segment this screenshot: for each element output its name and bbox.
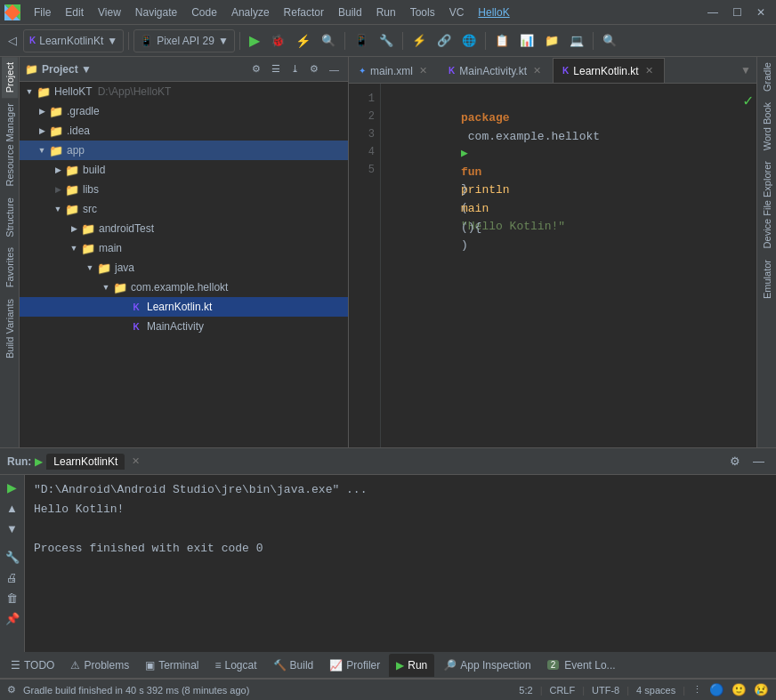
profile-button[interactable]: 🔍 bbox=[317, 29, 340, 52]
tree-item-build[interactable]: ▶ 📁 build bbox=[20, 160, 348, 180]
device-dropdown[interactable]: 📱 Pixel API 29 ▼ bbox=[133, 29, 235, 52]
left-side-tabs: Project Resource Manager Structure Favor… bbox=[0, 57, 20, 447]
tab-mainactivity-close[interactable]: ✕ bbox=[531, 65, 543, 76]
debug-button[interactable]: 🐞 bbox=[266, 29, 289, 52]
bottom-tab-run[interactable]: ▶ Run bbox=[389, 654, 434, 677]
cursor-position[interactable]: 5:2 bbox=[519, 685, 532, 696]
tree-root[interactable]: ▼ 📁 HelloKT D:\App\HelloKT bbox=[20, 82, 348, 101]
tab-mainactivity-kt[interactable]: K MainActivity.kt ✕ bbox=[439, 58, 553, 83]
menu-edit[interactable]: Edit bbox=[58, 0, 91, 24]
menu-analyze[interactable]: Analyze bbox=[224, 0, 277, 24]
toolbar-btn-11[interactable]: 💻 bbox=[565, 29, 588, 52]
sidebar-item-build-variants[interactable]: Build Variants bbox=[4, 294, 15, 364]
toolbar-btn-10[interactable]: 📁 bbox=[540, 29, 563, 52]
project-panel-header: 📁 Project ▼ ⚙ ☰ ⤓ ⚙ — bbox=[20, 57, 348, 82]
sidebar-item-structure[interactable]: Structure bbox=[4, 192, 15, 243]
tab-main-xml[interactable]: ✦ main.xml ✕ bbox=[349, 58, 439, 83]
close-btn[interactable]: ✕ bbox=[749, 0, 772, 24]
menu-run[interactable]: Run bbox=[369, 0, 403, 24]
menu-build[interactable]: Build bbox=[331, 0, 369, 24]
panel-expand-btn[interactable]: ☰ bbox=[268, 61, 284, 76]
tab-main-xml-close[interactable]: ✕ bbox=[417, 65, 429, 76]
tree-item-mainactivity[interactable]: K MainActivity bbox=[20, 317, 348, 336]
console-pin-btn[interactable]: 📌 bbox=[4, 610, 21, 627]
bottom-tab-profiler[interactable]: 📈 Profiler bbox=[322, 654, 387, 677]
toolbar-btn-8[interactable]: 📋 bbox=[490, 29, 513, 52]
tree-item-idea[interactable]: ▶ 📁 .idea bbox=[20, 121, 348, 141]
tree-item-app[interactable]: ▼ 📁 app bbox=[20, 141, 348, 160]
sidebar-item-word-book[interactable]: Word Book bbox=[762, 97, 772, 156]
sdk-button[interactable]: 🔧 bbox=[375, 29, 398, 52]
sidebar-item-gradle[interactable]: Gradle bbox=[762, 57, 772, 97]
bottom-tab-todo[interactable]: ☰ TODO bbox=[4, 654, 61, 677]
encoding[interactable]: UTF-8 bbox=[592, 685, 619, 696]
bottom-tab-build[interactable]: 🔨 Build bbox=[266, 654, 321, 677]
menu-refactor[interactable]: Refactor bbox=[277, 0, 331, 24]
toolbar-btn-7[interactable]: 🌐 bbox=[457, 29, 481, 52]
sidebar-item-emulator[interactable]: Emulator bbox=[762, 254, 772, 304]
console-print-btn[interactable]: 🖨 bbox=[4, 569, 20, 586]
back-btn[interactable]: ◁ bbox=[4, 29, 21, 52]
panel-gear-btn[interactable]: ⚙ bbox=[306, 61, 322, 76]
column-selection-btn[interactable]: ⋮ bbox=[692, 684, 702, 696]
toolbar-btn-5[interactable]: ⚡ bbox=[408, 29, 431, 52]
console-settings-btn[interactable]: ⚙ bbox=[725, 453, 745, 470]
line-separator[interactable]: CRLF bbox=[549, 685, 575, 696]
sidebar-item-device-file-explorer[interactable]: Device File Explorer bbox=[762, 156, 772, 253]
sidebar-item-project[interactable]: Project bbox=[2, 57, 18, 98]
tree-item-androidtest[interactable]: ▶ 📁 androidTest bbox=[20, 219, 348, 238]
console-trash-btn[interactable]: 🗑 bbox=[4, 590, 20, 607]
console-scroll-up-btn[interactable]: ▲ bbox=[4, 500, 20, 517]
bottom-tab-logcat[interactable]: ≡ Logcat bbox=[208, 654, 264, 677]
emoji-btn[interactable]: 🙂 bbox=[732, 683, 747, 696]
tree-item-package[interactable]: ▼ 📁 com.example.hellokt bbox=[20, 278, 348, 297]
tree-item-java[interactable]: ▼ 📁 java bbox=[20, 258, 348, 278]
tree-item-main[interactable]: ▼ 📁 main bbox=[20, 238, 348, 258]
console-minimize-btn[interactable]: — bbox=[748, 453, 769, 470]
menu-view[interactable]: View bbox=[91, 0, 128, 24]
menu-file[interactable]: File bbox=[27, 0, 58, 24]
tree-item-libs[interactable]: ▶ 📁 libs bbox=[20, 180, 348, 199]
indent[interactable]: 4 spaces bbox=[636, 685, 675, 696]
menu-tools[interactable]: Tools bbox=[403, 0, 442, 24]
tree-item-src[interactable]: ▼ 📁 src bbox=[20, 199, 348, 219]
panel-settings-btn[interactable]: ⚙ bbox=[248, 61, 264, 76]
console-wrench-btn[interactable]: 🔧 bbox=[4, 549, 21, 566]
google-btn[interactable]: 🔵 bbox=[709, 683, 724, 696]
minimize-btn[interactable]: — bbox=[700, 0, 725, 24]
toolbar-btn-9[interactable]: 📊 bbox=[515, 29, 538, 52]
run-button[interactable]: ▶ bbox=[245, 29, 264, 52]
tab-learnkotlin-close[interactable]: ✕ bbox=[643, 65, 655, 76]
panel-minus-btn[interactable]: — bbox=[326, 62, 343, 76]
bottom-tab-terminal[interactable]: ▣ Terminal bbox=[138, 654, 206, 677]
project-dropdown[interactable]: K LearnKotlinKt ▼ bbox=[23, 29, 124, 52]
run-tab-close[interactable]: ✕ bbox=[130, 455, 141, 467]
run-tab-name[interactable]: LearnKotlinKt bbox=[46, 454, 125, 470]
feedback-btn[interactable]: 😢 bbox=[754, 683, 769, 696]
menu-code[interactable]: Code bbox=[184, 0, 224, 24]
tree-item-gradle[interactable]: ▶ 📁 .gradle bbox=[20, 101, 348, 121]
coverage-button[interactable]: ⚡ bbox=[291, 29, 315, 52]
bottom-tab-problems[interactable]: ⚠ Problems bbox=[63, 654, 136, 677]
tab-learnkotlin-kt[interactable]: K LearnKotlin.kt ✕ bbox=[553, 58, 665, 83]
bottom-tab-app-inspection[interactable]: 🔎 App Inspection bbox=[436, 654, 538, 677]
maximize-btn[interactable]: ☐ bbox=[725, 0, 749, 24]
code-content[interactable]: package com.example.hellokt ▶ fun main (… bbox=[381, 84, 740, 447]
sidebar-item-resource-manager[interactable]: Resource Manager bbox=[4, 98, 15, 192]
sep2 bbox=[239, 32, 240, 50]
menu-navigate[interactable]: Navigate bbox=[128, 0, 184, 24]
console-scroll-down-btn[interactable]: ▼ bbox=[4, 520, 20, 537]
tree-item-learnkotlin[interactable]: K LearnKotlin.kt bbox=[20, 297, 348, 317]
search-btn[interactable]: 🔍 bbox=[598, 29, 621, 52]
toolbar-btn-6[interactable]: 🔗 bbox=[432, 29, 456, 52]
avd-button[interactable]: 📱 bbox=[350, 29, 373, 52]
terminal-icon: ▣ bbox=[145, 659, 155, 672]
console-run-btn[interactable]: ▶ bbox=[5, 479, 19, 496]
bottom-tab-event-log[interactable]: 2 Event Lo... bbox=[540, 654, 623, 677]
menu-hellok[interactable]: HelloK bbox=[471, 0, 516, 24]
tabs-more-btn[interactable]: ▼ bbox=[735, 58, 756, 83]
main-folder-icon: 📁 bbox=[80, 242, 96, 255]
panel-collapse-btn[interactable]: ⤓ bbox=[287, 61, 303, 76]
menu-vc[interactable]: VC bbox=[442, 0, 472, 24]
sidebar-item-favorites[interactable]: Favorites bbox=[4, 242, 15, 293]
